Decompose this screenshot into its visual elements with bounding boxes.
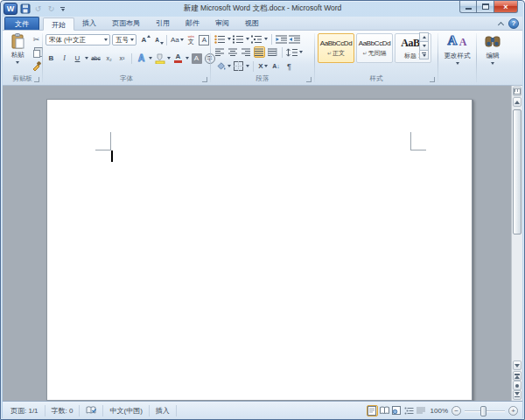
copy-button[interactable]	[31, 47, 42, 58]
zoom-slider-thumb[interactable]	[480, 406, 486, 416]
proofing-status[interactable]	[80, 405, 103, 416]
save-button[interactable]	[19, 4, 31, 15]
highlight-button[interactable]	[154, 52, 165, 64]
zoom-out-button[interactable]: −	[452, 406, 461, 416]
underline-button[interactable]: U	[72, 52, 83, 64]
font-color-button[interactable]: A	[172, 52, 184, 64]
numbering-dropdown-icon[interactable]	[246, 38, 249, 40]
phonetic-guide-button[interactable]: wén 文	[186, 34, 197, 46]
align-left-button[interactable]	[214, 46, 226, 58]
character-shading-button[interactable]: A	[191, 52, 202, 64]
paste-dropdown-icon[interactable]	[16, 61, 19, 64]
character-shading-icon: A	[192, 53, 202, 64]
tab-review[interactable]: 审阅	[207, 17, 237, 30]
full-screen-reading-view-button[interactable]	[379, 405, 390, 416]
italic-button[interactable]: I	[59, 52, 70, 64]
styles-gallery-more-button[interactable]	[419, 50, 429, 60]
zoom-slider[interactable]	[465, 405, 505, 416]
highlight-dropdown-icon[interactable]	[167, 57, 171, 60]
word-count[interactable]: 字数: 0	[46, 405, 80, 416]
grow-font-button[interactable]: A	[138, 34, 150, 46]
font-color-dropdown-icon[interactable]	[186, 57, 189, 60]
minimize-ribbon-icon[interactable]	[498, 21, 504, 27]
help-button[interactable]: ?	[508, 18, 519, 29]
undo-button[interactable]: ↺	[32, 4, 44, 15]
underline-dropdown-icon[interactable]	[85, 57, 88, 60]
subscript-button[interactable]: x₂	[103, 52, 115, 64]
font-size-combo[interactable]: 五号	[112, 34, 136, 46]
print-layout-view-button[interactable]	[367, 405, 378, 416]
maximize-button[interactable]	[477, 1, 494, 13]
vertical-scrollbar[interactable]	[511, 86, 522, 401]
change-case-button[interactable]: Aa	[171, 34, 184, 46]
show-hide-marks-button[interactable]: ¶	[284, 60, 295, 72]
strikethrough-button[interactable]: abc	[90, 52, 102, 64]
zoom-in-button[interactable]: +	[508, 406, 518, 416]
multilevel-list-button[interactable]	[251, 33, 262, 45]
style-normal[interactable]: AaBbCcDd ↵正文	[318, 33, 354, 63]
shading-dropdown-icon[interactable]	[228, 65, 231, 67]
styles-dialog-launcher[interactable]	[430, 77, 435, 82]
close-button[interactable]: ×	[494, 1, 518, 13]
borders-button[interactable]	[233, 60, 244, 72]
language-indicator[interactable]: 中文(中国)	[103, 405, 149, 416]
sort-button[interactable]: A↓	[270, 60, 282, 72]
font-name-combo[interactable]: 宋体 (中文正	[46, 34, 110, 46]
tab-insert[interactable]: 插入	[74, 17, 104, 30]
asian-layout-button[interactable]: X	[257, 60, 269, 72]
tab-home[interactable]: 开始	[43, 18, 74, 31]
superscript-button[interactable]: x²	[116, 52, 128, 64]
decrease-indent-button[interactable]	[276, 33, 287, 45]
align-center-button[interactable]	[228, 46, 239, 58]
text-effects-dropdown-icon[interactable]	[149, 57, 152, 60]
line-spacing-dropdown-icon[interactable]	[299, 51, 303, 53]
tab-view[interactable]: 视图	[237, 17, 267, 30]
insert-mode-indicator[interactable]: 插入	[150, 405, 177, 416]
character-border-button[interactable]: A	[199, 34, 210, 46]
redo-button[interactable]: ↻	[46, 4, 57, 15]
tab-mailings[interactable]: 邮件	[178, 17, 207, 30]
style-no-spacing[interactable]: AaBbCcDd ↵无间隔	[356, 33, 393, 63]
editing-button[interactable]: 编辑	[479, 33, 507, 74]
customize-qat-button[interactable]	[59, 7, 66, 11]
scroll-up-button[interactable]	[513, 97, 522, 107]
numbering-button[interactable]	[233, 33, 244, 45]
previous-page-button[interactable]	[513, 371, 522, 381]
cut-button[interactable]: ✂	[31, 34, 42, 45]
font-dialog-launcher[interactable]	[202, 77, 207, 82]
format-painter-button[interactable]	[31, 60, 42, 71]
increase-indent-button[interactable]	[289, 33, 300, 45]
shading-button[interactable]	[214, 60, 226, 72]
next-page-button[interactable]	[513, 390, 522, 400]
tab-page-layout[interactable]: 页面布局	[104, 17, 148, 30]
word-logo-icon[interactable]: W	[4, 3, 18, 15]
scrollbar-thumb[interactable]	[513, 109, 522, 234]
text-effects-button[interactable]: A	[136, 52, 147, 64]
minimize-button[interactable]	[459, 1, 477, 13]
align-right-button[interactable]	[241, 46, 252, 58]
bullets-button[interactable]	[214, 33, 226, 45]
line-spacing-button[interactable]	[286, 46, 298, 58]
clipboard-dialog-launcher[interactable]	[34, 77, 39, 82]
ruler-toggle-button[interactable]	[513, 87, 522, 96]
page-indicator[interactable]: 页面: 1/1	[4, 405, 46, 416]
shrink-font-button[interactable]: A	[151, 34, 163, 46]
borders-dropdown-icon[interactable]	[246, 65, 249, 67]
bullets-dropdown-icon[interactable]	[228, 38, 231, 40]
web-layout-view-button[interactable]	[391, 405, 402, 416]
change-styles-button[interactable]: A A 更改样式	[440, 33, 474, 74]
minimize-icon	[466, 8, 472, 10]
paragraph-dialog-launcher[interactable]	[306, 77, 312, 82]
justify-button[interactable]	[254, 46, 265, 58]
bold-button[interactable]: B	[46, 52, 57, 64]
zoom-level[interactable]: 100%	[430, 407, 448, 415]
paste-button[interactable]: 粘贴	[6, 33, 29, 73]
distribute-button[interactable]	[267, 46, 278, 58]
select-browse-object-button[interactable]	[513, 381, 522, 390]
multilevel-list-dropdown-icon[interactable]	[264, 38, 268, 40]
outline-view-button[interactable]	[403, 405, 415, 416]
draft-view-button[interactable]	[416, 405, 427, 416]
tab-file[interactable]: 文件	[4, 17, 39, 30]
scroll-down-button[interactable]	[513, 360, 522, 370]
tab-references[interactable]: 引用	[148, 17, 178, 30]
